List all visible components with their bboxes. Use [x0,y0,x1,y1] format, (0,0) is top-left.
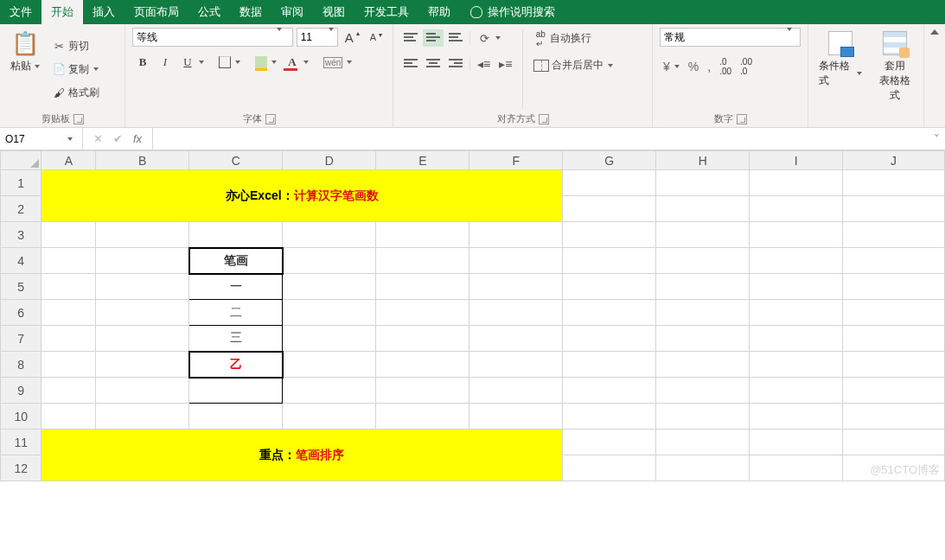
cell[interactable] [750,274,843,300]
row-header[interactable]: 6 [1,300,42,326]
cell[interactable] [843,352,945,378]
row-header[interactable]: 4 [1,248,42,274]
cell[interactable] [656,248,750,274]
format-painter-button[interactable]: 格式刷 [48,84,103,102]
align-top-button[interactable] [400,29,421,47]
font-name-input[interactable] [133,29,271,46]
cell[interactable] [283,300,376,326]
cell[interactable] [563,222,656,248]
row-header[interactable]: 7 [1,326,42,352]
copy-button[interactable]: 复制 [48,60,103,79]
cell[interactable] [283,378,376,404]
cell[interactable] [42,404,96,430]
tab-insert[interactable]: 插入 [83,0,125,24]
cell[interactable] [843,300,945,326]
decrease-decimal-button[interactable]: .00.0 [737,55,756,78]
cell[interactable] [750,352,843,378]
font-size-input[interactable] [297,29,323,46]
tab-formulas[interactable]: 公式 [188,0,230,24]
tab-file[interactable]: 文件 [0,0,42,24]
row-header[interactable]: 9 [1,378,42,404]
row-header[interactable]: 3 [1,222,42,248]
cell[interactable] [189,404,283,430]
cell[interactable] [376,222,469,248]
cell[interactable] [563,455,656,481]
cell[interactable] [750,248,843,274]
cell[interactable] [656,455,750,481]
decrease-indent-button[interactable]: ◂≡ [474,55,494,73]
column-header[interactable]: D [283,151,376,170]
select-all-button[interactable] [1,151,42,170]
bold-button[interactable]: B [132,54,153,71]
underline-button[interactable]: U [177,54,208,71]
dialog-launcher-icon[interactable] [737,114,747,124]
cell[interactable] [843,378,945,404]
fill-color-button[interactable] [252,54,280,70]
cell[interactable] [42,248,96,274]
row-header[interactable]: 5 [1,274,42,300]
spreadsheet-grid[interactable]: A B C D E F G H I J 1 亦心Excel：计算汉字笔画数 2 … [0,150,945,481]
borders-button[interactable] [215,54,244,70]
cell[interactable] [656,404,750,430]
dialog-launcher-icon[interactable] [73,114,84,124]
cell[interactable] [843,326,945,352]
wrap-text-button[interactable]: ab↵自动换行 [530,29,616,48]
tab-view[interactable]: 视图 [313,0,354,24]
cell[interactable] [656,430,750,455]
cell[interactable] [750,455,843,481]
expand-formula-bar-button[interactable]: ˅ [928,128,945,150]
comma-button[interactable]: , [704,55,714,78]
cell[interactable] [843,274,945,300]
cell[interactable] [843,222,945,248]
collapse-ribbon-button[interactable] [924,24,945,127]
column-header[interactable]: J [843,151,945,170]
cell[interactable] [42,352,96,378]
cell[interactable] [469,222,563,248]
cell[interactable] [656,300,750,326]
column-header[interactable]: A [42,151,96,170]
phonetic-button[interactable]: wén [320,55,355,70]
number-format-input[interactable] [661,29,782,46]
name-box[interactable] [0,128,83,150]
cell[interactable] [96,326,189,352]
cell[interactable] [750,326,843,352]
font-name-combo[interactable] [132,28,293,47]
cell[interactable] [376,300,469,326]
cell[interactable] [750,378,843,404]
cell[interactable] [189,222,283,248]
column-header[interactable]: I [750,151,843,170]
cell[interactable] [563,248,656,274]
cell-title-2[interactable]: 重点：笔画排序 [42,430,563,481]
cell[interactable] [563,170,656,196]
cell[interactable] [656,326,750,352]
cell[interactable] [469,352,563,378]
cell[interactable] [656,352,750,378]
cell[interactable] [469,274,563,300]
cell[interactable] [563,196,656,222]
cell[interactable] [656,170,750,196]
cell[interactable] [42,300,96,326]
align-bottom-button[interactable] [445,29,466,47]
cell[interactable] [376,352,469,378]
cell[interactable] [750,222,843,248]
column-header[interactable]: G [563,151,656,170]
align-middle-button[interactable] [423,29,444,47]
cell[interactable] [656,196,750,222]
cell-C4[interactable]: 笔画 [189,248,283,274]
cell[interactable] [563,404,656,430]
row-header[interactable]: 2 [1,196,42,222]
cell[interactable] [750,404,843,430]
cell[interactable] [750,196,843,222]
italic-button[interactable]: I [155,54,176,71]
cell[interactable] [96,404,189,430]
tab-help[interactable]: 帮助 [418,0,460,24]
orientation-button[interactable]: ⟳ [474,29,504,47]
cell[interactable] [750,430,843,455]
cell[interactable] [283,326,376,352]
shrink-font-button[interactable]: A▾ [367,30,386,44]
cell[interactable] [376,274,469,300]
cell[interactable] [469,326,563,352]
cell[interactable] [376,326,469,352]
cell[interactable] [96,248,189,274]
cell[interactable] [469,300,563,326]
